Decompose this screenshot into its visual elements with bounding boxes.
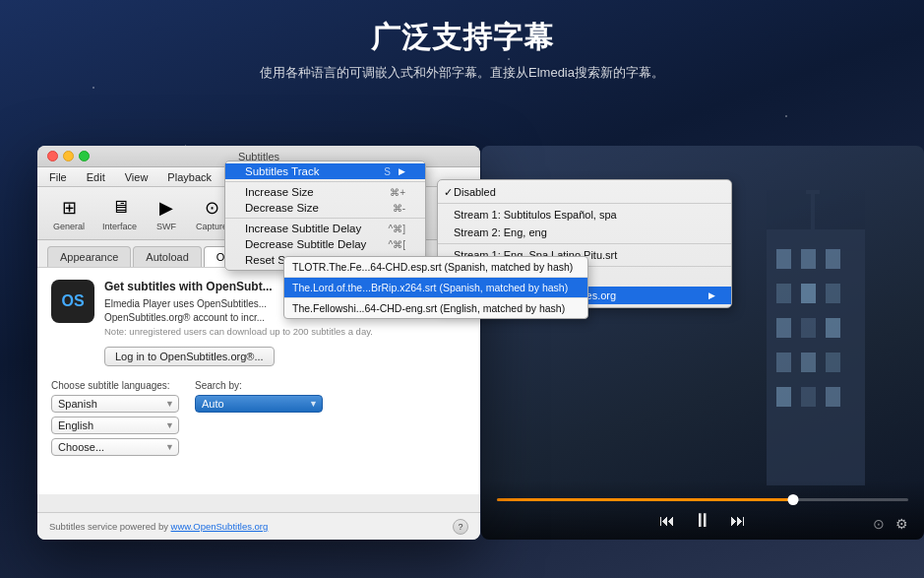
search-results-panel: TLOTR.The.Fe...64-CHD.esp.srt (Spanish, …: [283, 256, 588, 319]
svg-rect-7: [776, 318, 791, 338]
track-stream-2-eng[interactable]: Stream 2: Eng, eng: [438, 224, 731, 241]
track-disabled-label: Disabled: [454, 186, 496, 198]
toolbar-capture-label: Capture: [196, 222, 227, 231]
subtitles-track-arrow: ▶: [399, 166, 405, 176]
search-by-select[interactable]: Auto Hash Name: [195, 395, 323, 413]
capture-icon: ⊙: [200, 196, 223, 220]
search-result-2[interactable]: The.Lord.of.the...BrRip.x264.srt (Spanis…: [284, 278, 587, 298]
lang-section: Choose subtitle languages: Spanish Engli…: [51, 380, 466, 460]
toolbar-general[interactable]: ⊞ General: [47, 192, 91, 235]
menu-sep-1: [225, 181, 425, 182]
subtitles-dropdown: Subtitles Track S ▶ Increase Size ⌘+ Dec…: [224, 161, 426, 271]
toolbar-swf[interactable]: ▶ SWF: [149, 192, 184, 235]
menu-decrease-delay[interactable]: Decrease Subtitle Delay ^⌘[: [225, 236, 425, 252]
sp-sep-1: [438, 203, 731, 204]
decrease-size-label: Decrease Size: [245, 202, 319, 214]
increase-delay-shortcut: ^⌘]: [389, 224, 405, 234]
video-controls: ⏮ ⏸ ⏭ ⊙ ⚙: [481, 481, 924, 540]
choose-select-wrap: Choose... ▼: [51, 438, 179, 456]
interface-icon: 🖥: [108, 196, 132, 220]
tab-autoload[interactable]: Autoload: [133, 246, 201, 267]
search-by-select-wrap: Auto Hash Name ▼: [195, 395, 323, 413]
lang-label: Choose subtitle languages:: [51, 380, 179, 391]
search-by-label: Search by:: [195, 380, 323, 391]
increase-size-shortcut: ⌘+: [390, 187, 405, 198]
decrease-delay-label: Decrease Subtitle Delay: [245, 238, 366, 250]
page-subtitle: 使用各种语言的可调嵌入式和外部字幕。直接从Elmedia搜索新的字幕。: [0, 64, 924, 82]
next-button[interactable]: ⏭: [730, 512, 746, 530]
increase-delay-label: Increase Subtitle Delay: [245, 223, 361, 234]
footer-link[interactable]: www.OpenSubtitles.org: [171, 521, 269, 532]
decrease-delay-shortcut: ^⌘[: [389, 239, 405, 250]
menu-increase-size[interactable]: Increase Size ⌘+: [225, 184, 425, 200]
tab-appearance[interactable]: Appearance: [47, 246, 131, 267]
choose-select[interactable]: Choose...: [51, 438, 179, 456]
menu-edit[interactable]: Edit: [83, 170, 109, 184]
svg-rect-14: [801, 387, 816, 407]
traffic-lights: [47, 151, 90, 161]
fingerprint-icon: ⊙: [873, 516, 885, 532]
progress-bar[interactable]: [497, 498, 908, 501]
stream2-eng-label: Stream 2: Eng, eng: [454, 226, 547, 238]
svg-rect-12: [826, 353, 840, 372]
progress-dot: [787, 494, 798, 505]
login-button[interactable]: Log in to OpenSubtitles.org®...: [104, 347, 275, 366]
svg-rect-16: [811, 190, 815, 229]
pause-button[interactable]: ⏸: [693, 509, 712, 532]
track-disabled[interactable]: Disabled: [438, 183, 731, 201]
settings-icon[interactable]: ⚙: [895, 516, 908, 532]
decrease-size-shortcut: ⌘-: [393, 203, 405, 214]
svg-rect-4: [776, 284, 791, 303]
svg-rect-10: [776, 353, 791, 372]
svg-rect-17: [806, 190, 820, 194]
subtitles-track-shortcut: S: [384, 166, 391, 177]
svg-rect-3: [826, 249, 840, 269]
minimize-button[interactable]: [63, 151, 74, 161]
spanish-select[interactable]: Spanish English French: [51, 395, 179, 413]
increase-size-label: Increase Size: [245, 186, 314, 198]
search-by-col: Search by: Auto Hash Name ▼: [195, 380, 323, 460]
english-select[interactable]: English Spanish French: [51, 417, 179, 434]
progress-fill: [497, 498, 793, 501]
toolbar-swf-label: SWF: [156, 222, 176, 231]
toolbar-general-label: General: [53, 222, 85, 231]
menu-sep-2: [225, 218, 425, 219]
swf-icon: ▶: [154, 196, 178, 220]
subtitles-track-label: Subtitles Track: [245, 165, 319, 177]
building-silhouette: [717, 190, 914, 485]
svg-rect-5: [801, 284, 816, 303]
menu-decrease-size[interactable]: Decrease Size ⌘-: [225, 200, 425, 216]
spanish-select-wrap: Spanish English French ▼: [51, 395, 179, 413]
close-button[interactable]: [47, 151, 58, 161]
download-os-arrow: ▶: [708, 290, 715, 300]
svg-rect-13: [776, 387, 791, 407]
menu-file[interactable]: File: [45, 170, 71, 184]
help-button[interactable]: ?: [453, 519, 468, 535]
page-title: 广泛支持字幕: [0, 18, 924, 58]
svg-rect-11: [801, 353, 816, 372]
menu-increase-delay[interactable]: Increase Subtitle Delay ^⌘]: [225, 221, 425, 236]
search-result-3[interactable]: The.Fellowshi...64-CHD-eng.srt (English,…: [284, 298, 587, 318]
svg-rect-8: [801, 318, 816, 338]
svg-rect-1: [776, 249, 791, 269]
control-buttons: ⏮ ⏸ ⏭: [497, 509, 908, 532]
track-stream-1-spa[interactable]: Stream 1: Subtitulos Español, spa: [438, 206, 731, 224]
prev-button[interactable]: ⏮: [659, 512, 675, 530]
svg-rect-6: [826, 284, 840, 303]
menu-view[interactable]: View: [121, 170, 153, 184]
svg-rect-9: [826, 318, 840, 338]
sp-sep-2: [438, 243, 731, 244]
toolbar-interface-label: Interface: [102, 222, 137, 231]
menu-playback[interactable]: Playback: [163, 170, 216, 184]
svg-rect-2: [801, 249, 816, 269]
toolbar-interface[interactable]: 🖥 Interface: [96, 192, 143, 235]
general-icon: ⊞: [57, 196, 81, 220]
svg-rect-15: [826, 387, 840, 407]
menu-subtitles-track[interactable]: Subtitles Track S ▶: [225, 163, 425, 179]
maximize-button[interactable]: [79, 151, 90, 161]
english-select-wrap: English Spanish French ▼: [51, 417, 179, 434]
search-result-1[interactable]: TLOTR.The.Fe...64-CHD.esp.srt (Spanish, …: [284, 257, 587, 278]
header: 广泛支持字幕 使用各种语言的可调嵌入式和外部字幕。直接从Elmedia搜索新的字…: [0, 18, 924, 82]
footer: Subtitles service powered by www.OpenSub…: [37, 512, 480, 540]
os-logo: OS: [51, 280, 94, 323]
